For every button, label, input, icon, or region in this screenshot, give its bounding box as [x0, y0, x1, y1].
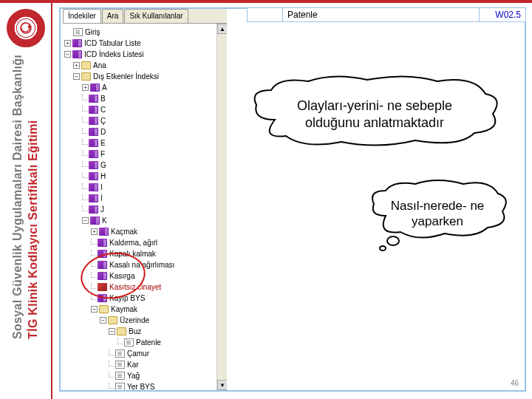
- scroll-down-icon[interactable]: ▼: [217, 380, 227, 390]
- tree-letter[interactable]: H: [64, 171, 225, 182]
- tree-item-buz[interactable]: −Buz: [64, 326, 225, 337]
- thought-bubble-2: Nasıl-nerede- ne yaparken: [364, 179, 511, 253]
- svg-point-2: [387, 236, 399, 245]
- tree-item[interactable]: Çamur: [64, 348, 225, 359]
- tree-item-icd-tabular[interactable]: +ICD Tabular Liste: [64, 38, 225, 49]
- left-banner: Sosyal Güvenlik Uygulamaları Dairesi Baş…: [0, 3, 51, 399]
- tree-item[interactable]: Kasırga: [64, 270, 225, 282]
- banner-line-2: TİG Klinik Kodlayıcı Sertifikalı Eğitimi: [27, 120, 39, 339]
- expand-icon: +: [64, 40, 71, 47]
- tree-letter[interactable]: F: [64, 149, 225, 160]
- tree-item-dis-etkenler[interactable]: −Dış Etkenler İndeksi: [64, 71, 225, 82]
- scroll-up-icon[interactable]: ▲: [217, 24, 227, 34]
- tree-letter[interactable]: J: [64, 204, 225, 215]
- tab-contents[interactable]: İndekiler: [63, 9, 101, 23]
- tree-item-kaymak[interactable]: −Kaymak: [64, 304, 225, 315]
- result-term: Patenle: [283, 8, 480, 21]
- tree-item[interactable]: Kaldırma, ağırl: [64, 237, 225, 248]
- tab-bar: İndekiler Ara Sık Kullanılanlar: [63, 9, 227, 24]
- tree-item-patenle[interactable]: Patenle: [64, 337, 225, 348]
- tree-item[interactable]: +Kaçmak: [64, 226, 225, 237]
- tree-item[interactable]: Yağ: [64, 370, 225, 381]
- tree-letter[interactable]: E: [64, 137, 225, 149]
- result-code[interactable]: W02.5: [480, 8, 525, 21]
- result-lead: [248, 8, 283, 21]
- result-row: Patenle W02.5: [247, 7, 526, 22]
- tree-scrollbar[interactable]: ▲ ▼: [216, 24, 227, 390]
- tree-item[interactable]: Kasalı na ağırlıması: [64, 259, 225, 270]
- svg-point-3: [380, 246, 386, 250]
- bubble1-text: Olayları-yerini- ne sebeple olduğunu anl…: [271, 98, 478, 131]
- tree-letter[interactable]: I: [64, 182, 225, 193]
- tree-item-giris[interactable]: Giriş: [64, 27, 225, 38]
- red-divider: [51, 3, 52, 399]
- tab-search[interactable]: Ara: [102, 9, 124, 23]
- tree-letter-k[interactable]: −K: [64, 215, 225, 226]
- tree-item-uzerinde[interactable]: −Üzerinde: [64, 315, 225, 326]
- bubble2-text: Nasıl-nerede- ne yaparken: [378, 198, 497, 230]
- tree-letter[interactable]: D: [64, 126, 225, 137]
- tree-letter[interactable]: C: [64, 104, 225, 115]
- tree-item-icd-indeks[interactable]: −ICD İndeks Listesi: [64, 49, 225, 60]
- tree-letter[interactable]: G: [64, 160, 225, 171]
- tree-view[interactable]: Giriş +ICD Tabular Liste −ICD İndeks Lis…: [63, 24, 227, 390]
- tree-item[interactable]: Kar: [64, 359, 225, 370]
- vertical-title: Sosyal Güvenlik Uygulamaları Dairesi Baş…: [10, 55, 41, 339]
- tree-item-kasitsiz[interactable]: Kasıtsız cinayet: [64, 282, 225, 293]
- tree-letter[interactable]: B: [64, 93, 225, 104]
- page-number: 46: [511, 379, 519, 387]
- tree-item[interactable]: Kapalı kalmak: [64, 248, 225, 259]
- tab-favorites[interactable]: Sık Kullanılanlar: [124, 9, 188, 23]
- tree-item[interactable]: Yer BYS: [64, 381, 225, 390]
- tree-letter[interactable]: +A: [64, 82, 225, 93]
- tree-app-panel: İndekiler Ara Sık Kullanılanlar Giriş +I…: [63, 9, 227, 390]
- banner-line-1: Sosyal Güvenlik Uygulamaları Dairesi Baş…: [11, 55, 24, 339]
- tree-letter[interactable]: Ç: [64, 115, 225, 126]
- tree-item-ana[interactable]: +Ana: [64, 60, 225, 71]
- collapse-icon: −: [64, 51, 71, 58]
- tree-letter[interactable]: İ: [64, 193, 225, 204]
- content-frame: İndekiler Ara Sık Kullanılanlar Giriş +I…: [59, 7, 526, 392]
- tree-item[interactable]: Kayıp BYS: [64, 293, 225, 304]
- speech-bubble-1: Olayları-yerini- ne sebeple olduğunu anl…: [245, 75, 504, 149]
- ministry-logo-icon: [7, 9, 45, 47]
